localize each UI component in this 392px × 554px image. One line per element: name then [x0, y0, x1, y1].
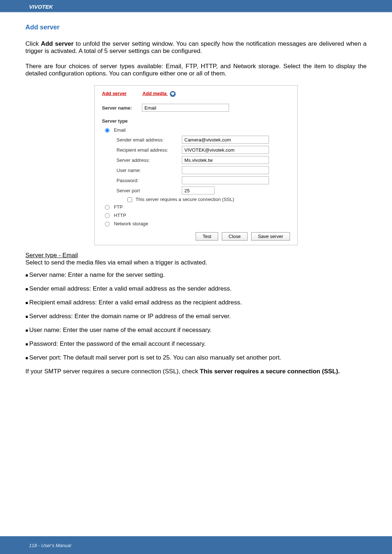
- field-list: Server name: Enter a name for the server…: [25, 271, 367, 361]
- section-title: Add server: [25, 24, 367, 31]
- radio-http[interactable]: [105, 213, 110, 218]
- list-item: Server name: Enter a name for the server…: [25, 271, 367, 279]
- ssl-note-a: If your SMTP server requires a secure co…: [25, 368, 200, 375]
- radio-email-row[interactable]: Email: [105, 127, 290, 133]
- radio-ftp-label: FTP: [114, 204, 123, 210]
- intro-p1-text-a: Click: [25, 40, 41, 47]
- server-name-label: Server name:: [102, 105, 142, 111]
- sender-label: Sender email address:: [117, 137, 182, 143]
- test-button[interactable]: Test: [196, 232, 218, 241]
- add-media-label: Add media: [143, 91, 167, 96]
- radio-netstorage-label: Network storage: [114, 221, 148, 226]
- list-item: Server port: The default mail server por…: [25, 354, 367, 361]
- server-port-label: Server port: [117, 188, 182, 193]
- dialog-links: Add server Add media: [102, 91, 290, 97]
- radio-netstorage-row[interactable]: Network storage: [105, 221, 290, 226]
- username-label: User name:: [117, 168, 182, 173]
- list-item: User name: Enter the user name of the em…: [25, 327, 367, 334]
- email-form: Sender email address: Recipient email ad…: [117, 136, 290, 202]
- radio-email-label: Email: [114, 127, 126, 133]
- sender-input[interactable]: [182, 136, 269, 144]
- radio-ftp[interactable]: [105, 205, 110, 210]
- header-separator: [0, 12, 392, 13]
- intro-paragraph-2: There are four choices of server types a…: [25, 63, 367, 77]
- intro-p1-bold: Add server: [41, 40, 74, 47]
- radio-http-row[interactable]: HTTP: [105, 213, 290, 218]
- page-content: Add server Click Add server to unfold th…: [0, 24, 392, 375]
- server-type-email-heading: Server type - Email: [25, 252, 367, 259]
- server-port-input[interactable]: [182, 186, 215, 194]
- server-settings-dialog: Add server Add media Server name: Server…: [94, 85, 298, 245]
- radio-ftp-row[interactable]: FTP: [105, 204, 290, 210]
- ssl-note-b: This server requires a secure connection…: [200, 368, 340, 375]
- server-name-row: Server name:: [102, 104, 290, 112]
- recipient-input[interactable]: [182, 146, 269, 154]
- brand-text: VIVOTEK: [29, 4, 53, 10]
- username-input[interactable]: [182, 166, 269, 174]
- list-item: Recipient email address: Enter a valid e…: [25, 299, 367, 306]
- list-item: Server address: Enter the domain name or…: [25, 313, 367, 320]
- radio-email[interactable]: [105, 128, 110, 133]
- password-label: Password:: [117, 178, 182, 183]
- add-server-link[interactable]: Add server: [102, 91, 127, 96]
- intro-p1-text-c: to unfold the server setting window. You…: [25, 40, 367, 54]
- password-input[interactable]: [182, 176, 269, 184]
- brand-header: VIVOTEK: [0, 0, 392, 12]
- intro-paragraph-1: Click Add server to unfold the server se…: [25, 40, 367, 55]
- server-address-input[interactable]: [182, 156, 269, 164]
- footer-text: 118 - User's Manual: [29, 543, 71, 548]
- recipient-label: Recipient email address:: [117, 147, 182, 153]
- add-media-link[interactable]: Add media: [143, 91, 176, 96]
- ssl-row: This server requires a secure connection…: [127, 197, 290, 202]
- server-type-email-desc: Select to send the media files via email…: [25, 259, 367, 266]
- close-button[interactable]: Close: [222, 232, 248, 241]
- radio-http-label: HTTP: [114, 213, 126, 218]
- ssl-label: This server requires a secure connection…: [135, 197, 234, 202]
- save-server-button[interactable]: Save server: [251, 232, 290, 241]
- server-type-heading: Server type: [102, 118, 290, 124]
- list-item: Password: Enter the password of the emai…: [25, 340, 367, 348]
- ssl-note: If your SMTP server requires a secure co…: [25, 368, 367, 375]
- dialog-buttons: Test Close Save server: [102, 232, 290, 241]
- info-heart-icon: [170, 91, 176, 97]
- server-address-label: Server address:: [117, 157, 182, 163]
- list-item: Sender email address: Enter a valid emai…: [25, 285, 367, 292]
- ssl-checkbox[interactable]: [127, 197, 132, 202]
- server-name-input[interactable]: [142, 104, 229, 112]
- page-footer: 118 - User's Manual: [0, 536, 392, 554]
- radio-netstorage[interactable]: [105, 222, 110, 226]
